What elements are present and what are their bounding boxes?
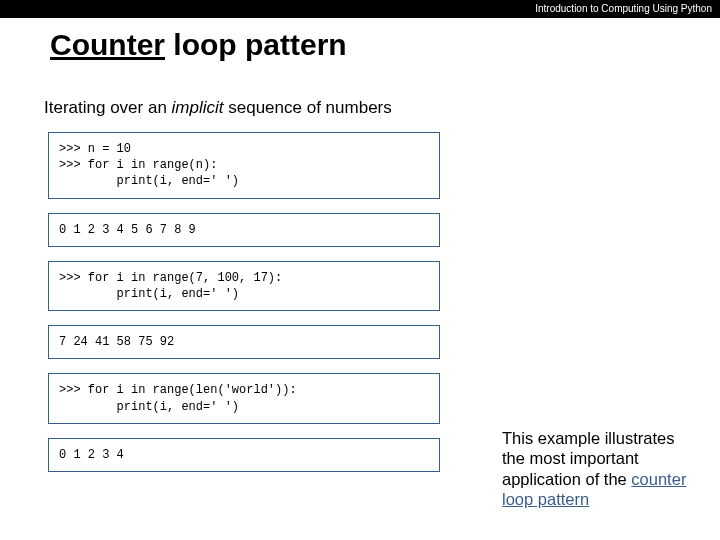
title-area: Counter loop pattern — [0, 18, 720, 70]
code-stack: >>> n = 10 >>> for i in range(n): print(… — [0, 126, 440, 472]
output-block-2: 7 24 41 58 75 92 — [48, 325, 440, 359]
course-name: Introduction to Computing Using Python — [535, 3, 712, 14]
subtitle-suffix: sequence of numbers — [224, 98, 392, 117]
subtitle: Iterating over an implicit sequence of n… — [0, 70, 720, 126]
title-underlined: Counter — [50, 28, 165, 61]
code-block-1: >>> n = 10 >>> for i in range(n): print(… — [48, 132, 440, 199]
output-block-3: 0 1 2 3 4 — [48, 438, 440, 472]
output-block-1: 0 1 2 3 4 5 6 7 8 9 — [48, 213, 440, 247]
page-title: Counter loop pattern — [50, 28, 720, 62]
subtitle-prefix: Iterating over an — [44, 98, 172, 117]
sidenote: This example illustrates the most import… — [502, 428, 690, 511]
subtitle-emph: implicit — [172, 98, 224, 117]
header-bar: Introduction to Computing Using Python — [0, 0, 720, 18]
code-block-3: >>> for i in range(len('world')): print(… — [48, 373, 440, 423]
title-rest: loop pattern — [165, 28, 347, 61]
code-block-2: >>> for i in range(7, 100, 17): print(i,… — [48, 261, 440, 311]
